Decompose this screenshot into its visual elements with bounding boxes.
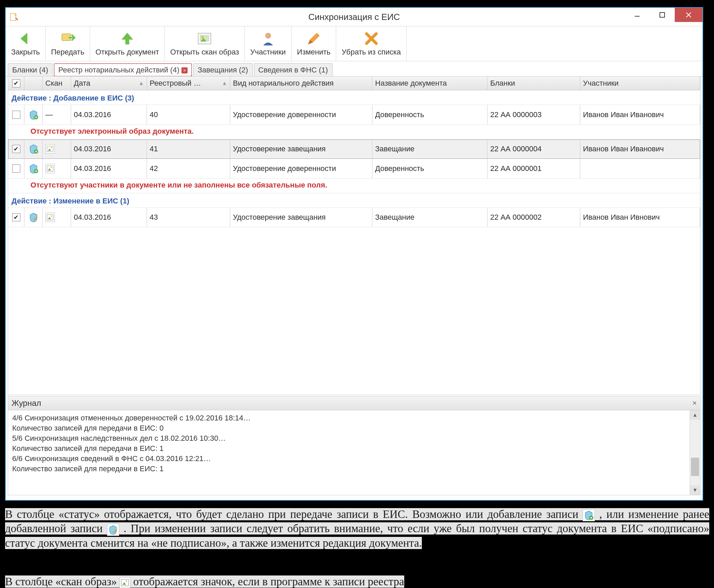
row-error: Отсутствует электронный образ документа. [8, 125, 700, 140]
scan-present-icon [45, 213, 55, 222]
header-date[interactable]: Дата▲ [71, 77, 147, 90]
send-icon [60, 31, 76, 46]
toolbar-label: Открыть документ [96, 48, 159, 57]
scan-present-icon [45, 164, 55, 173]
maximize-button[interactable] [650, 8, 675, 22]
cell-type: Удостоверение завещания [230, 208, 372, 227]
status-add-icon [28, 144, 39, 154]
svg-rect-1 [635, 16, 639, 17]
open-scan-button[interactable]: Открыть скан образ [165, 26, 245, 61]
svg-rect-16 [47, 215, 53, 220]
header-type[interactable]: Вид нотариального действия [230, 77, 372, 90]
toolbar-label: Изменить [297, 48, 331, 57]
table-row[interactable]: ✔ 04.03.2016 43 Удостоверение завещания … [8, 208, 700, 227]
grid-header: ✔ Скан Дата▲ Реестровый …▲ Вид нотариаль… [8, 77, 700, 90]
svg-point-12 [51, 147, 52, 149]
row-checkbox[interactable]: ✔ [12, 213, 20, 222]
journal-scrollbar[interactable]: ▲ ▼ [690, 410, 700, 495]
close-action-button[interactable]: Закрыть [6, 26, 46, 61]
para-text: В столбце «статус» отображается, что буд… [5, 508, 583, 520]
log-line: 6/6 Синхронизация сведений в ФНС с 04.03… [12, 454, 686, 464]
para-text: В столбце «скан образ» [5, 575, 120, 588]
log-line: 5/6 Синхронизация наследственных дел с 1… [12, 433, 686, 443]
svg-rect-11 [47, 146, 53, 152]
window-buttons [625, 8, 702, 22]
scroll-thumb[interactable] [691, 458, 699, 476]
svg-point-15 [51, 167, 52, 168]
data-grid: ✔ Скан Дата▲ Реестровый …▲ Вид нотариаль… [8, 76, 700, 395]
table-row[interactable]: ✔ 04.03.2016 41 Удостоверение завещания … [8, 140, 700, 159]
table-row[interactable]: 04.03.2016 42 Удостоверение доверенности… [8, 159, 700, 179]
tab-bar: Бланки (4) Реестр нотариальных действий … [6, 61, 702, 77]
journal-title: Журнал [12, 398, 41, 408]
cell-part: Иванов Иван Иванович [580, 105, 700, 125]
svg-rect-2 [660, 13, 665, 17]
edit-button[interactable]: Изменить [292, 26, 336, 61]
cell-doc: Завещание [372, 208, 487, 227]
log-line: Количество записей для передачи в ЕИС: 0 [12, 423, 686, 433]
cell-date: 04.03.2016 [71, 140, 147, 159]
cell-type: Удостоверение доверенности [230, 105, 372, 125]
header-blanks[interactable]: Бланки [487, 77, 580, 90]
scroll-up-icon[interactable]: ▲ [690, 410, 700, 420]
status-edit-icon [107, 524, 119, 536]
svg-point-17 [51, 216, 52, 217]
close-button[interactable] [675, 8, 702, 22]
cell-blank: 22 АА 0000002 [487, 208, 580, 227]
remove-button[interactable]: Убрать из списка [336, 26, 406, 61]
toolbar: Закрыть Передать Открыть документ Открыт… [6, 26, 702, 61]
cell-blank: 22 АА 0000004 [487, 140, 580, 159]
log-line: Количество записей для передачи в ЕИС: 1 [12, 443, 686, 454]
cell-reg: 42 [147, 159, 230, 178]
journal-panel: 4/6 Синхронизация отмененных доверенност… [8, 410, 700, 495]
toolbar-label: Участники [250, 48, 286, 57]
para-text: отображается значок, если в программе к … [133, 575, 404, 588]
x-icon [363, 31, 379, 46]
header-reg[interactable]: Реестровый …▲ [147, 77, 230, 90]
cell-part: Иванов Иван Ивнович [580, 208, 700, 227]
cell-date: 04.03.2016 [71, 105, 147, 125]
participants-button[interactable]: Участники [245, 26, 292, 61]
tab-close-icon[interactable]: × [182, 67, 188, 74]
svg-rect-19 [121, 580, 129, 586]
scan-present-icon [45, 144, 55, 154]
app-window: Синхронизация с ЕИС Закрыть Передать Отк… [5, 7, 703, 501]
tab-fns[interactable]: Сведения в ФНС (1) [254, 63, 333, 77]
cell-scan: — [43, 105, 71, 125]
header-scan[interactable]: Скан [43, 77, 71, 90]
status-add-icon [28, 164, 39, 174]
cell-blank: 22 АА 0000003 [487, 105, 580, 125]
journal-close-button[interactable]: × [692, 399, 697, 407]
header-doc[interactable]: Название документа [372, 77, 487, 90]
open-document-button[interactable]: Открыть документ [90, 26, 165, 61]
tab-registry[interactable]: Реестр нотариальных действий (4)× [54, 63, 192, 77]
minimize-button[interactable] [625, 8, 650, 22]
row-checkbox[interactable] [12, 111, 20, 119]
toolbar-label: Открыть скан образ [170, 48, 239, 57]
status-add-icon [583, 509, 595, 521]
scroll-down-icon[interactable]: ▼ [690, 485, 700, 495]
row-checkbox[interactable] [12, 165, 20, 173]
header-participants[interactable]: Участники [580, 77, 700, 90]
image-icon [197, 31, 212, 46]
group-header[interactable]: Действие : Добавление в ЕИС (3) [8, 90, 700, 105]
tab-wills[interactable]: Завещания (2) [193, 63, 253, 77]
header-checkbox[interactable]: ✔ [8, 77, 24, 90]
sort-asc-icon: ▲ [222, 80, 227, 86]
send-button[interactable]: Передать [46, 26, 90, 61]
group-header[interactable]: Действие : Изменение в ЕИС (1) [8, 193, 700, 208]
tab-blanks[interactable]: Бланки (4) [8, 63, 52, 77]
table-row[interactable]: — 04.03.2016 40 Удостоверение довереннос… [8, 105, 700, 125]
header-status[interactable] [24, 77, 43, 90]
toolbar-label: Передать [51, 48, 84, 57]
col-label: Дата [74, 79, 90, 88]
row-checkbox[interactable]: ✔ [12, 145, 20, 153]
col-label: Реестровый … [150, 79, 201, 88]
arrow-up-icon [120, 31, 135, 46]
person-icon [260, 31, 276, 46]
svg-point-7 [201, 36, 204, 39]
doc-paragraph: В столбце «скан образ» отображается знач… [5, 574, 709, 588]
cell-part [580, 159, 700, 178]
doc-paragraph: В столбце «статус» отображается, что буд… [5, 507, 709, 550]
cell-type: Удостоверение завещания [230, 140, 372, 159]
